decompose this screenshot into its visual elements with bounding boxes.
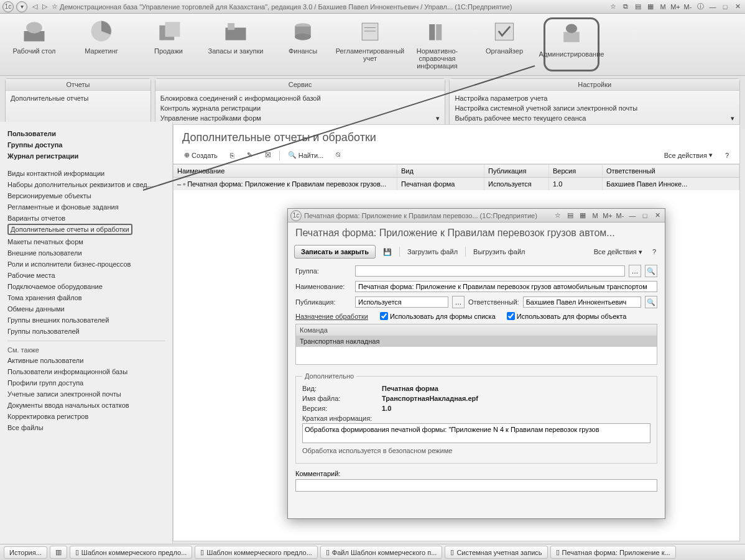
bookmark-icon[interactable]: ⧉ bbox=[621, 2, 631, 12]
history-button[interactable]: История... bbox=[4, 546, 47, 559]
task-tab[interactable]: ▯Шаблон коммерческого предло... bbox=[195, 546, 318, 559]
sidebar-link[interactable]: Пользователи информационной базы bbox=[7, 366, 165, 377]
select-icon[interactable]: … bbox=[629, 265, 641, 277]
sidebar-group[interactable]: Пользователи bbox=[7, 128, 165, 139]
sidebar-link[interactable]: Роли и исполнители бизнес-процессов bbox=[7, 259, 165, 270]
sidebar-link[interactable]: Корректировка регистров bbox=[7, 411, 165, 422]
calc-icon[interactable]: ▤ bbox=[565, 211, 575, 221]
sidebar-link[interactable]: Внешние пользователи bbox=[7, 247, 165, 259]
command-row[interactable]: Транспортная накладная bbox=[296, 336, 657, 347]
mem-mm[interactable]: M- bbox=[683, 2, 693, 12]
sidebar-link[interactable]: Учетные записи электронной почты bbox=[7, 388, 165, 400]
col-ver[interactable]: Версия bbox=[549, 165, 603, 177]
all-actions-button[interactable]: Все действия ▾ bbox=[660, 149, 717, 161]
save-close-button[interactable]: Записать и закрыть bbox=[294, 245, 376, 259]
col-resp[interactable]: Ответственный bbox=[603, 165, 739, 177]
all-actions-button[interactable]: Все действия ▾ bbox=[591, 247, 645, 257]
sidebar-link[interactable]: Группы пользователей bbox=[7, 326, 165, 337]
sidebar-link[interactable]: Варианты отчетов bbox=[7, 213, 165, 224]
task-tab[interactable]: ▯Файл Шаблон коммерческого п... bbox=[320, 546, 443, 559]
sidebar-link[interactable]: Подключаемое оборудование bbox=[7, 281, 165, 292]
edit-button[interactable]: ✎ bbox=[243, 149, 257, 161]
copy-button[interactable]: ⎘ bbox=[226, 150, 239, 161]
sidebar-link[interactable]: Все файлы bbox=[7, 422, 165, 433]
create-button[interactable]: ⊕Создать bbox=[180, 149, 222, 161]
sidebar-link[interactable]: Виды контактной информации bbox=[7, 168, 165, 179]
assign-link[interactable]: Назначение обработки bbox=[295, 313, 376, 320]
sidebar-link[interactable]: Регламентные и фоновые задания bbox=[7, 201, 165, 213]
section-reference[interactable]: Нормативно-справочная информация bbox=[409, 17, 465, 71]
section-organizer[interactable]: Органайзер bbox=[476, 17, 532, 71]
panel-link[interactable]: Контроль журнала регистрации bbox=[160, 103, 440, 113]
maximize-icon[interactable]: □ bbox=[720, 2, 730, 12]
calc-icon[interactable]: ▤ bbox=[633, 2, 643, 12]
mem-mp[interactable]: M+ bbox=[670, 2, 680, 12]
sidebar-link[interactable]: Профили групп доступа bbox=[7, 377, 165, 388]
mem-m[interactable]: M bbox=[658, 2, 668, 12]
fav-icon[interactable]: ☆ bbox=[608, 2, 618, 12]
task-tab[interactable]: ▯Шаблон коммерческого предло... bbox=[70, 546, 193, 559]
section-marketing[interactable]: Маркетинг bbox=[73, 17, 129, 71]
help-icon[interactable]: ? bbox=[650, 247, 659, 257]
load-file-button[interactable]: Загрузить файл bbox=[405, 247, 460, 257]
section-sales[interactable]: Продажи bbox=[141, 17, 197, 71]
table-row[interactable]: – ▫ Печатная форма: Приложение к Правила… bbox=[174, 178, 739, 190]
clear-find-button[interactable]: ⦰ bbox=[331, 149, 345, 161]
select-icon[interactable]: … bbox=[452, 296, 465, 308]
sidebar-group[interactable]: Группы доступа bbox=[7, 139, 165, 150]
resp-field[interactable] bbox=[523, 296, 641, 308]
name-field[interactable] bbox=[355, 281, 657, 292]
open-icon[interactable]: 🔍 bbox=[645, 265, 657, 277]
nav-back-icon[interactable]: ◁ bbox=[30, 2, 40, 12]
find-button[interactable]: 🔍Найти... bbox=[284, 149, 328, 161]
calendar-icon[interactable]: ▦ bbox=[646, 2, 655, 12]
panel-link[interactable]: Дополнительные отчеты bbox=[11, 93, 146, 103]
col-kind[interactable]: Вид bbox=[397, 165, 484, 177]
mem-m[interactable]: M bbox=[590, 211, 600, 221]
task-tab[interactable]: ▯Печатная форма: Приложение к... bbox=[550, 546, 676, 559]
sidebar-link[interactable]: Наборы дополнительных реквизитов и свед.… bbox=[7, 179, 165, 190]
sidebar-link[interactable]: Тома хранения файлов bbox=[7, 292, 165, 303]
sidebar-link[interactable]: Активные пользователи bbox=[7, 355, 165, 366]
fav-icon[interactable]: ☆ bbox=[553, 211, 563, 221]
save-icon[interactable]: 💾 bbox=[381, 247, 394, 257]
comment-field[interactable] bbox=[295, 479, 657, 492]
use-obj-checkbox[interactable] bbox=[507, 312, 515, 320]
close-icon[interactable]: ✕ bbox=[652, 211, 662, 221]
star-icon[interactable]: ☆ bbox=[50, 2, 60, 12]
delete-button[interactable]: ☒ bbox=[261, 149, 275, 161]
sidebar-link[interactable]: Версионируемые объекты bbox=[7, 190, 165, 201]
mem-mp[interactable]: M+ bbox=[603, 211, 613, 221]
col-pub[interactable]: Публикация bbox=[484, 165, 549, 177]
calendar-icon[interactable]: ▦ bbox=[578, 211, 588, 221]
section-admin[interactable]: Администрирование bbox=[544, 17, 599, 71]
sidebar-link[interactable]: Обмены данными bbox=[7, 303, 165, 314]
group-field[interactable] bbox=[355, 265, 625, 277]
col-name[interactable]: Наименование bbox=[174, 165, 397, 177]
info-icon[interactable]: ⓘ bbox=[695, 2, 705, 12]
sidebar-link[interactable]: Макеты печатных форм bbox=[7, 236, 165, 247]
minimize-icon[interactable]: — bbox=[627, 211, 637, 221]
open-icon[interactable]: 🔍 bbox=[645, 296, 657, 308]
maximize-icon[interactable]: □ bbox=[640, 211, 650, 221]
close-icon[interactable]: ✕ bbox=[733, 2, 743, 12]
section-stock[interactable]: Запасы и закупки bbox=[208, 17, 264, 71]
panel-link[interactable]: Блокировка соединений с информационной б… bbox=[160, 93, 440, 103]
section-desktop[interactable]: Рабочий стол bbox=[6, 17, 62, 71]
sidebar-toggle-icon[interactable]: ▥ bbox=[50, 546, 67, 559]
panel-link[interactable]: Настройка системной учетной записи элект… bbox=[455, 103, 734, 113]
sidebar-link-active[interactable]: Дополнительные отчеты и обработки bbox=[7, 224, 132, 235]
sidebar-link[interactable]: Рабочие места bbox=[7, 270, 165, 281]
use-list-checkbox[interactable] bbox=[380, 312, 388, 320]
pub-field[interactable] bbox=[355, 296, 448, 308]
panel-link[interactable]: Настройка параметров учета bbox=[455, 93, 734, 103]
mem-mm[interactable]: M- bbox=[615, 211, 625, 221]
nav-fwd-icon[interactable]: ▷ bbox=[40, 2, 50, 12]
unload-file-button[interactable]: Выгрузить файл bbox=[471, 247, 528, 257]
brief-textarea[interactable]: Обработка формирования печатной формы: "… bbox=[302, 423, 650, 443]
task-tab[interactable]: ▯Системная учетная запись bbox=[445, 546, 547, 559]
sidebar-link[interactable]: Группы внешних пользователей bbox=[7, 314, 165, 326]
sidebar-link[interactable]: Документы ввода начальных остатков bbox=[7, 400, 165, 411]
minimize-icon[interactable]: — bbox=[708, 2, 718, 12]
sidebar-group[interactable]: Журнал регистрации bbox=[7, 150, 165, 162]
